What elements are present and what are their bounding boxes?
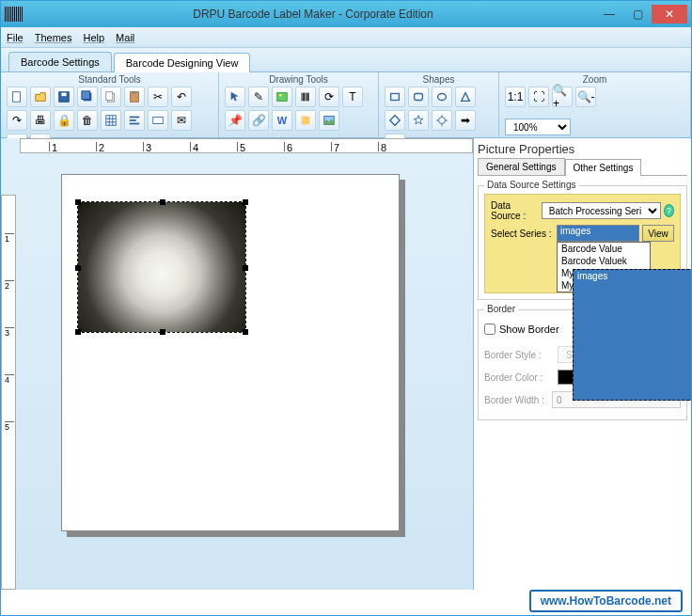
saveall-icon[interactable] [77,87,98,107]
arrow-shape-icon[interactable]: ➡ [455,110,476,131]
footer-link[interactable]: www.HowToBarcode.net [529,590,683,612]
resize-handle-w[interactable] [75,265,81,271]
series-option[interactable]: Barcode Valuek [558,255,650,267]
save-icon[interactable] [54,87,74,107]
star-shape-icon[interactable] [408,110,429,131]
grid-icon[interactable] [101,110,121,131]
resize-handle-se[interactable] [243,329,248,335]
svg-point-28 [438,94,447,101]
data-source-fieldset: Data Source Settings Data Source : Batch… [478,185,687,300]
zoom-actual-icon[interactable]: 1:1 [505,87,526,107]
select-icon[interactable] [225,87,245,107]
svg-rect-26 [391,94,400,101]
resize-handle-n[interactable] [160,199,165,205]
menu-help[interactable]: Help [83,32,104,43]
resize-handle-e[interactable] [243,265,248,271]
ruler-horizontal: 1 2 3 4 5 6 7 8 [20,138,473,153]
data-source-label: Data Source : [491,200,542,221]
svg-rect-22 [306,93,307,102]
series-option[interactable]: Barcode Value [558,243,650,255]
zoom-select[interactable]: 100% [505,118,571,135]
selected-image[interactable] [77,201,246,333]
roundrect-shape-icon[interactable] [408,87,429,107]
svg-rect-14 [130,117,140,118]
border-color-label: Border Color : [484,372,558,383]
ribbon: Standard Tools ✂ ↶ ↷ 🖶 🔒 🗑 ✉ ⬆ ⚙ Drawing… [1,72,691,138]
diamond-shape-icon[interactable] [385,110,405,131]
close-button[interactable]: ✕ [652,5,687,24]
text-icon[interactable]: T [342,87,363,107]
triangle-shape-icon[interactable] [455,87,476,107]
data-source-legend: Data Source Settings [484,180,579,190]
new-icon[interactable] [7,87,27,107]
link-icon[interactable]: 🔗 [248,110,269,131]
cut-icon[interactable]: ✂ [148,87,168,107]
menu-mail[interactable]: Mail [116,32,134,43]
mail-icon[interactable]: ✉ [171,110,192,131]
svg-point-29 [439,118,446,124]
menu-file[interactable]: File [7,32,24,43]
lock-icon[interactable]: 🔒 [54,110,74,131]
resize-handle-s[interactable] [160,329,165,335]
title-bar: DRPU Barcode Label Maker - Corporate Edi… [1,1,691,27]
redo-icon[interactable]: ↷ [7,110,27,131]
pen-icon[interactable]: ✎ [248,87,269,107]
main-tabs: Barcode Settings Barcode Designing View [1,48,691,72]
data-source-select[interactable]: Batch Processing Seri [542,202,661,219]
select-series-combo[interactable]: images [557,225,639,242]
tab-other-settings[interactable]: Other Settings [565,159,642,176]
help-icon[interactable]: ? [664,204,674,217]
ellipse-shape-icon[interactable] [432,87,452,107]
open-icon[interactable] [30,87,51,107]
ruler-vertical: 1 2 3 4 5 [1,195,16,590]
svg-rect-17 [153,118,164,124]
card-icon[interactable] [148,110,168,131]
zoom-out-icon[interactable]: 🔍- [575,87,596,107]
work-area: 1 2 3 4 5 6 7 8 1 2 3 4 5 [1,138,691,590]
picture-tool-icon[interactable] [319,110,339,131]
canvas-zone[interactable]: 1 2 3 4 5 6 7 8 1 2 3 4 5 [1,138,473,590]
properties-panel: Picture Properties General Settings Othe… [473,138,691,590]
align-icon[interactable] [124,110,145,131]
tab-barcode-settings[interactable]: Barcode Settings [8,52,112,71]
wordart-icon[interactable]: W [272,110,292,131]
design-canvas[interactable] [61,174,400,531]
show-border-checkbox[interactable] [484,324,495,335]
burst-shape-icon[interactable] [432,110,452,131]
svg-rect-27 [415,94,423,101]
maximize-button[interactable]: ▢ [623,5,652,24]
menu-themes[interactable]: Themes [35,32,72,43]
resize-handle-sw[interactable] [75,329,81,335]
resize-handle-nw[interactable] [75,199,81,205]
resize-handle-ne[interactable] [243,199,248,205]
svg-rect-15 [130,119,136,121]
fill-icon[interactable] [295,110,316,131]
svg-rect-23 [307,93,309,102]
svg-rect-4 [82,91,90,100]
svg-rect-6 [106,92,113,101]
rect-shape-icon[interactable] [385,87,405,107]
undo-icon[interactable]: ↶ [171,87,192,107]
select-series-label: Select Series : [491,229,557,239]
refresh-icon[interactable]: ⟳ [319,87,339,107]
minimize-button[interactable]: — [595,5,623,24]
paste-icon[interactable] [124,87,145,107]
svg-rect-8 [132,91,136,94]
svg-rect-18 [277,93,288,102]
tab-general-settings[interactable]: General Settings [478,158,565,175]
border-style-label: Border Style : [484,350,558,360]
delete-icon[interactable]: 🗑 [77,110,98,131]
image-icon[interactable] [272,87,292,107]
pin-icon[interactable]: 📌 [225,110,245,131]
tab-barcode-designing[interactable]: Barcode Designing View [114,53,251,72]
border-width-label: Border Width : [484,395,552,405]
copy-icon[interactable] [101,87,121,107]
zoom-in-icon[interactable]: 🔍+ [552,87,573,107]
group-standard-label: Standard Tools [7,74,212,85]
print-icon[interactable]: 🖶 [30,110,51,131]
series-option-selected[interactable]: images [573,269,692,401]
view-button[interactable]: View [642,225,674,242]
barcode-icon[interactable] [295,87,316,107]
svg-point-19 [279,94,282,97]
zoom-fit-icon[interactable]: ⛶ [528,87,549,107]
